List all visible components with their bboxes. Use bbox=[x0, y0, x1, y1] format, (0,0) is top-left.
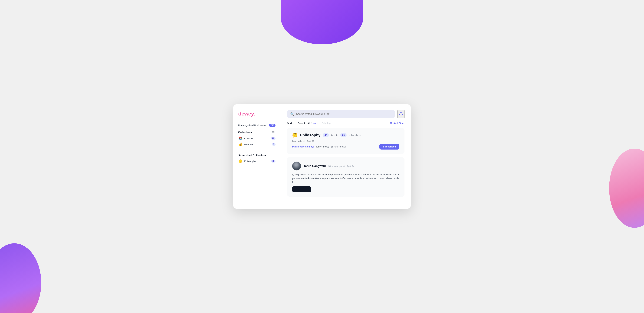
select-divider: / bbox=[311, 122, 312, 125]
public-collection-label: Public collection by: bbox=[292, 146, 314, 148]
subscribed-button[interactable]: Subscribed bbox=[380, 144, 400, 150]
courses-label: Courses bbox=[244, 137, 269, 140]
subscribers-count-badge: 69 bbox=[340, 133, 346, 137]
add-collection-icon[interactable]: ≡+ bbox=[272, 131, 276, 134]
philosophy-count: 45 bbox=[271, 160, 276, 162]
collection-public-row: Public collection by: Yuriy Yarovoy @Yur… bbox=[292, 144, 400, 150]
add-filter-label: Add Filter bbox=[394, 122, 404, 125]
tweet-header: Tarun Gangwani @tarungangwani April 24 bbox=[292, 161, 400, 170]
collection-author-name: Yuriy Yarovoy bbox=[316, 146, 329, 148]
filter-row: Sort ▼ Select : All / None Bulk Tag ⊜ Ad… bbox=[287, 121, 404, 125]
philosophy-label: Philosophy bbox=[244, 160, 269, 162]
sort-button[interactable]: Sort ▼ bbox=[287, 122, 295, 125]
subscribed-item-philosophy[interactable]: 🤔 Philosophy 45 bbox=[238, 159, 276, 163]
select-colon: : bbox=[306, 122, 306, 125]
collection-card-name: Philosophy bbox=[300, 133, 320, 137]
tweet-card: Tarun Gangwani @tarungangwani April 24 @… bbox=[287, 157, 404, 197]
bg-blob-right bbox=[609, 149, 644, 228]
finance-icon: 💰 bbox=[238, 143, 243, 146]
courses-icon: 📚 bbox=[238, 136, 243, 140]
select-all[interactable]: All bbox=[308, 122, 310, 125]
select-label: Select bbox=[298, 122, 305, 125]
logo-text: dewey bbox=[238, 111, 254, 117]
select-group: Select : All / None bbox=[298, 122, 318, 125]
sort-caret-icon: ▼ bbox=[293, 122, 295, 124]
bg-blob-left bbox=[0, 243, 41, 313]
collections-title: Collections bbox=[238, 131, 252, 134]
subscribers-label: subscribers bbox=[349, 134, 361, 136]
last-updated-label: Last updated: bbox=[292, 140, 306, 143]
uncategorized-label: Uncategorized Bookmarks bbox=[238, 124, 266, 127]
collection-author-handle: @YuriyYarovoy bbox=[331, 146, 346, 148]
main-content: 🔍 Sort ▼ Select : All / N bbox=[281, 104, 411, 209]
app-window: dewey. Uncategorized Bookmarks 752 Colle… bbox=[233, 104, 411, 209]
uncategorized-bookmarks-item[interactable]: Uncategorized Bookmarks 752 bbox=[238, 124, 276, 127]
tweets-label: tweets bbox=[331, 134, 338, 136]
tweet-link-preview[interactable] bbox=[292, 186, 311, 192]
philosophy-icon: 🤔 bbox=[238, 159, 243, 163]
search-icon: 🔍 bbox=[290, 112, 294, 116]
tweet-author-info: Tarun Gangwani @tarungangwani April 24 bbox=[304, 164, 354, 168]
tweet-date: April 24 bbox=[347, 165, 354, 167]
finance-label: Finance bbox=[244, 143, 270, 146]
tweet-author-name: Tarun Gangwani bbox=[304, 164, 326, 167]
filter-icon: ⊜ bbox=[390, 121, 392, 125]
collection-meta: Last updated: April 23 bbox=[292, 140, 400, 143]
subscribed-section: Subscribed Collections 🤔 Philosophy 45 bbox=[238, 154, 276, 165]
subscribed-title: Subscribed Collections bbox=[238, 154, 276, 157]
bg-blob-purple bbox=[281, 0, 363, 44]
search-row: 🔍 bbox=[287, 110, 404, 118]
courses-count: 20 bbox=[271, 137, 276, 140]
avatar-image bbox=[292, 161, 301, 170]
upload-button[interactable] bbox=[398, 110, 404, 118]
collection-item-courses[interactable]: 📚 Courses 20 bbox=[238, 136, 276, 140]
sidebar: dewey. Uncategorized Bookmarks 752 Colle… bbox=[233, 104, 281, 209]
search-input[interactable] bbox=[296, 113, 392, 116]
tweets-count-badge: 45 bbox=[323, 133, 329, 137]
avatar bbox=[292, 161, 301, 170]
select-none[interactable]: None bbox=[313, 122, 318, 125]
add-filter-button[interactable]: ⊜ Add Filter bbox=[390, 121, 404, 125]
bulk-tag-button[interactable]: Bulk Tag bbox=[322, 122, 330, 125]
uncategorized-count: 752 bbox=[269, 124, 276, 127]
logo-dot: . bbox=[254, 111, 255, 117]
collection-card-emoji: 🤔 bbox=[292, 133, 298, 138]
logo: dewey. bbox=[238, 111, 276, 117]
collections-header: Collections ≡+ bbox=[238, 131, 276, 134]
last-updated-value: April 23 bbox=[307, 140, 314, 143]
collection-item-finance[interactable]: 💰 Finance 5 bbox=[238, 143, 276, 146]
sort-label: Sort bbox=[287, 122, 292, 125]
tweet-body: @AcquiredFM is one of the most fun podca… bbox=[292, 173, 400, 184]
search-bar: 🔍 bbox=[287, 110, 395, 118]
finance-count: 5 bbox=[272, 143, 276, 146]
collections-section: Collections ≡+ 📚 Courses 20 💰 Finance 5 bbox=[238, 131, 276, 149]
collection-card: 🤔 Philosophy 45 tweets 69 subscribers La… bbox=[287, 128, 404, 154]
collection-card-header: 🤔 Philosophy 45 tweets 69 subscribers bbox=[292, 133, 400, 138]
tweet-author-handle: @tarungangwani bbox=[328, 165, 345, 167]
